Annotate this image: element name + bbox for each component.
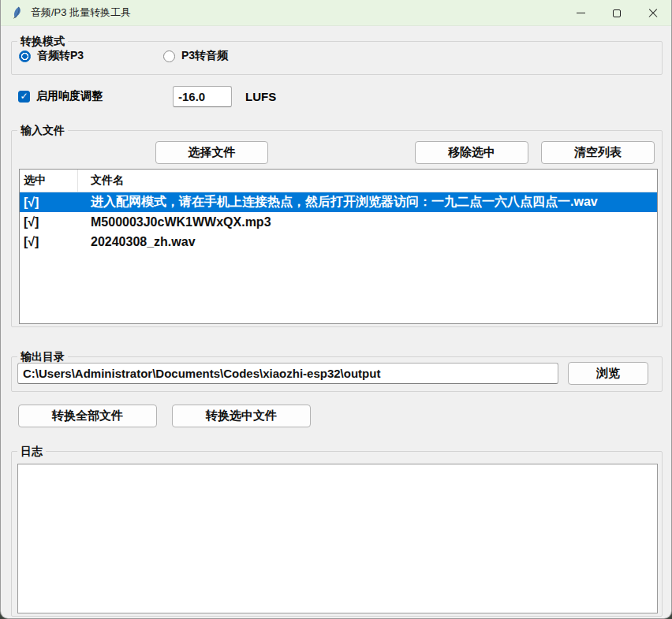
- radio-audio-to-p3-label: 音频转P3: [37, 49, 84, 63]
- row-filename-cell: 进入配网模式，请在手机上连接热点，然后打开浏览器访问：一九二点一六八点四点一.w…: [78, 194, 657, 211]
- table-row[interactable]: [√] M500003J0cWK1WWxQX.mp3: [20, 212, 657, 232]
- row-filename-cell: 20240308_zh.wav: [78, 235, 657, 249]
- column-header-checked[interactable]: 选中: [20, 170, 78, 192]
- lufs-unit-label: LUFS: [245, 90, 276, 103]
- radio-p3-to-audio-label: P3转音频: [181, 49, 228, 63]
- maximize-button[interactable]: [599, 0, 635, 26]
- clear-list-button[interactable]: 清空列表: [541, 141, 655, 164]
- mode-group-label: 转换模式: [17, 34, 68, 48]
- output-dir-group: 输出目录 C:\Users\Administrator\Documents\Co…: [11, 356, 663, 392]
- row-checked-cell: [√]: [20, 215, 78, 229]
- lufs-input[interactable]: -16.0: [173, 86, 232, 107]
- minimize-icon: [577, 13, 585, 14]
- log-group: 日志: [11, 451, 663, 617]
- table-row[interactable]: [√] 20240308_zh.wav: [20, 232, 657, 252]
- output-dir-group-label: 输出目录: [17, 349, 68, 364]
- mode-group: 转换模式 音频转P3 P3转音频: [11, 41, 663, 75]
- row-checked-cell: [√]: [20, 235, 78, 249]
- window-title: 音频/P3 批量转换工具: [31, 6, 131, 20]
- app-window: 音频/P3 批量转换工具 转换模式 音频转P3 P3转音频 ✓ 启用响度调整 -…: [0, 0, 672, 619]
- remove-selected-button[interactable]: 移除选中: [415, 141, 528, 164]
- convert-all-button[interactable]: 转换全部文件: [18, 405, 157, 427]
- window-controls: [562, 0, 671, 26]
- browse-button[interactable]: 浏览: [568, 362, 648, 385]
- loudness-checkbox-label: 启用响度调整: [36, 89, 103, 103]
- loudness-checkbox[interactable]: ✓: [18, 91, 30, 103]
- file-list-table: 选中 文件名 [√] 进入配网模式，请在手机上连接热点，然后打开浏览器访问：一九…: [19, 169, 658, 324]
- row-filename-cell: M500003J0cWK1WWxQX.mp3: [78, 215, 657, 229]
- titlebar: 音频/P3 批量转换工具: [1, 0, 671, 26]
- column-header-filename[interactable]: 文件名: [78, 170, 657, 192]
- radio-unchecked-icon: [163, 50, 175, 62]
- radio-p3-to-audio[interactable]: P3转音频: [163, 49, 228, 63]
- output-dir-input[interactable]: C:\Users\Administrator\Documents\Codes\x…: [17, 363, 558, 384]
- maximize-icon: [613, 9, 621, 17]
- row-checked-cell: [√]: [20, 196, 78, 210]
- input-files-group: 输入文件 选择文件 移除选中 清空列表 选中 文件名 [√] 进入配网模式，请在…: [11, 130, 663, 327]
- table-row[interactable]: [√] 进入配网模式，请在手机上连接热点，然后打开浏览器访问：一九二点一六八点四…: [20, 192, 657, 212]
- convert-selected-button[interactable]: 转换选中文件: [172, 405, 311, 427]
- log-textarea[interactable]: [17, 464, 658, 613]
- radio-audio-to-p3[interactable]: 音频转P3: [19, 49, 84, 63]
- python-feather-icon: [10, 6, 23, 19]
- loudness-row: ✓ 启用响度调整: [18, 89, 103, 103]
- close-icon: [648, 9, 658, 18]
- log-group-label: 日志: [17, 444, 46, 458]
- minimize-button[interactable]: [562, 0, 599, 26]
- select-files-button[interactable]: 选择文件: [155, 141, 268, 164]
- input-files-group-label: 输入文件: [17, 123, 68, 137]
- file-list-header: 选中 文件名: [20, 170, 657, 192]
- radio-checked-icon: [19, 50, 31, 62]
- close-button[interactable]: [635, 0, 671, 26]
